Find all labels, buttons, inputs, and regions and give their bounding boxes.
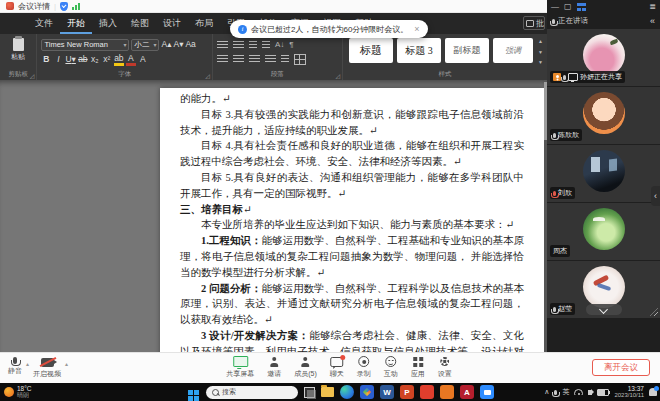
paragraph-dialog-launcher[interactable]: ◿ bbox=[335, 72, 340, 79]
meeting-details-label[interactable]: 会议详情 bbox=[18, 1, 50, 12]
more-options-icon[interactable]: ≣ bbox=[649, 2, 656, 11]
edge-browser-icon[interactable] bbox=[340, 385, 354, 399]
taskbar-search[interactable]: 搜索 bbox=[206, 386, 298, 399]
participant-tile[interactable]: 周杰 bbox=[547, 203, 660, 260]
tray-expand-icon[interactable]: ∧ bbox=[544, 388, 549, 396]
ime-indicator[interactable]: 英 bbox=[562, 387, 569, 397]
adobe-reader-icon[interactable]: A bbox=[460, 385, 474, 399]
orange-app-icon[interactable] bbox=[440, 385, 454, 399]
font-color-button[interactable]: A bbox=[126, 53, 136, 66]
paste-label[interactable]: 粘贴 bbox=[0, 52, 36, 62]
photos-app-icon[interactable] bbox=[360, 385, 374, 399]
tab-draw[interactable]: 绘图 bbox=[124, 13, 156, 34]
participant-tile[interactable]: 刘欣 bbox=[547, 145, 660, 202]
italic-button[interactable]: I bbox=[53, 53, 63, 66]
tab-insert[interactable]: 插入 bbox=[92, 13, 124, 34]
members-button[interactable]: 成员(5) bbox=[294, 356, 317, 379]
camera-button[interactable]: 开启视频 bbox=[33, 356, 61, 379]
participant-tile[interactable]: 陈欣欣 bbox=[547, 87, 660, 144]
layout-switch-icon[interactable] bbox=[577, 3, 586, 11]
style-emphasis[interactable]: 强调 bbox=[493, 38, 533, 63]
file-explorer-icon[interactable] bbox=[321, 387, 334, 397]
record-button[interactable]: 录制 bbox=[357, 356, 371, 379]
font-name-select[interactable]: Times New Roman▾ bbox=[41, 39, 129, 51]
style-subtitle[interactable]: 副标题 bbox=[445, 38, 489, 63]
task-view-icon[interactable] bbox=[304, 387, 315, 398]
meeting-bottom-toolbar: 静音 ▴ 开启视频 ▴ 共享屏幕 邀请 成员(5) bbox=[0, 352, 660, 383]
styles-gallery-scroll[interactable]: ▲▼▼ bbox=[536, 38, 545, 65]
line-spacing-icon[interactable] bbox=[281, 55, 289, 63]
security-shield-icon[interactable] bbox=[60, 2, 68, 11]
network-signal-icon[interactable] bbox=[72, 2, 80, 10]
font-dialog-launcher[interactable]: ◿ bbox=[205, 72, 210, 79]
change-case-button[interactable]: Aa bbox=[185, 38, 195, 51]
style-title[interactable]: 标题 bbox=[349, 38, 393, 63]
red-app-icon[interactable] bbox=[420, 385, 434, 399]
mute-button[interactable]: 静音 bbox=[8, 356, 22, 376]
chat-button[interactable]: 聊天 bbox=[330, 356, 344, 379]
camera-options-caret[interactable]: ▴ bbox=[65, 360, 68, 367]
grow-font-button[interactable]: A▴ bbox=[161, 38, 171, 51]
battery-icon[interactable] bbox=[597, 389, 609, 396]
tray-mic-icon[interactable] bbox=[554, 390, 557, 395]
show-marks-icon[interactable]: ¶ bbox=[289, 40, 293, 50]
tab-layout[interactable]: 布局 bbox=[188, 13, 220, 34]
text-effect-button[interactable]: A bbox=[138, 53, 148, 66]
participant-name: 刘欣 bbox=[558, 188, 572, 198]
start-button[interactable] bbox=[188, 390, 193, 395]
sort-icon[interactable]: A↓ bbox=[275, 40, 284, 50]
clipboard-dialog-launcher[interactable]: ◿ bbox=[30, 72, 35, 79]
toast-close-icon[interactable]: × bbox=[414, 24, 419, 34]
subscript-button[interactable]: x₂ bbox=[90, 53, 100, 66]
sidebar-edge-collapse-tab[interactable]: ‹ bbox=[651, 186, 660, 206]
volume-icon[interactable] bbox=[588, 390, 592, 395]
borders-icon[interactable] bbox=[294, 54, 306, 65]
participant-chip: 刘欣 bbox=[550, 187, 575, 199]
tab-home[interactable]: 开始 bbox=[60, 13, 92, 34]
align-left-icon[interactable] bbox=[217, 55, 228, 63]
bold-button[interactable]: B bbox=[41, 53, 51, 66]
leave-meeting-button[interactable]: 离开会议 bbox=[592, 359, 650, 376]
align-right-icon[interactable] bbox=[249, 55, 260, 63]
tab-design[interactable]: 设计 bbox=[156, 13, 188, 34]
resize-handle[interactable] bbox=[650, 308, 658, 316]
apps-button[interactable]: 应用 bbox=[411, 356, 425, 379]
taskbar-clock[interactable]: 13:37 2023/10/11 bbox=[614, 385, 644, 399]
bullets-icon[interactable] bbox=[217, 41, 228, 49]
align-center-icon[interactable] bbox=[233, 55, 244, 63]
participant-tile[interactable]: 赵莹 bbox=[547, 261, 660, 318]
weather-widget[interactable]: 18°C 晴朗 bbox=[4, 385, 32, 398]
word-window: 文件 开始 插入 绘图 设计 布局 引用 邮件 审阅 视图 帮助 批注 粘贴 剪… bbox=[0, 13, 547, 352]
tab-file[interactable]: 文件 bbox=[28, 13, 60, 34]
increase-indent-icon[interactable] bbox=[262, 41, 270, 49]
avatar bbox=[583, 34, 625, 76]
collapse-videos-button[interactable] bbox=[586, 304, 622, 315]
underline-button[interactable]: U▾ bbox=[65, 53, 75, 66]
participant-tile[interactable]: 孙妍正在共享 bbox=[547, 29, 660, 86]
justify-icon[interactable] bbox=[265, 55, 276, 63]
superscript-button[interactable]: x² bbox=[102, 53, 112, 66]
powerpoint-app-icon[interactable]: P bbox=[400, 385, 414, 399]
minimize-icon[interactable]: — bbox=[551, 0, 559, 13]
decrease-indent-icon[interactable] bbox=[249, 41, 257, 49]
mic-options-caret[interactable]: ▴ bbox=[26, 360, 29, 367]
invite-button[interactable]: 邀请 bbox=[267, 356, 281, 379]
share-screen-button[interactable]: 共享屏幕 bbox=[226, 356, 254, 379]
notification-bell-icon[interactable] bbox=[649, 388, 657, 396]
highlight-color-button[interactable]: ab bbox=[114, 53, 124, 66]
strikethrough-button[interactable]: ab bbox=[78, 53, 88, 66]
numbering-icon[interactable] bbox=[233, 41, 244, 49]
paste-icon[interactable] bbox=[13, 38, 24, 51]
word-app-icon[interactable]: W bbox=[380, 385, 394, 399]
document-page[interactable]: 的能力。↵ 目标 3.具有较强的实践能力和创新意识，能够跟踪电子信息领域前沿技术… bbox=[160, 88, 544, 352]
wifi-icon[interactable] bbox=[574, 389, 583, 395]
restore-icon[interactable]: ▢ bbox=[564, 0, 572, 13]
collapse-panel-icon[interactable]: « bbox=[650, 16, 655, 26]
comments-button[interactable]: 批注 bbox=[523, 16, 545, 30]
font-size-select[interactable]: 小二▾ bbox=[131, 39, 159, 51]
settings-button[interactable]: 设置 bbox=[438, 356, 452, 379]
style-heading3[interactable]: 标题 3 bbox=[397, 38, 441, 63]
shrink-font-button[interactable]: A▾ bbox=[173, 38, 183, 51]
meeting-app-taskbar-icon[interactable] bbox=[480, 385, 494, 399]
interact-button[interactable]: 互动 bbox=[384, 356, 398, 379]
